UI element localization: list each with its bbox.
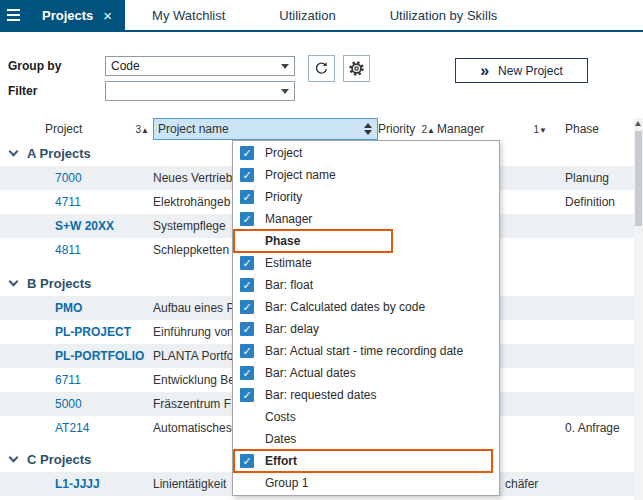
project-code-link[interactable]: PL-PORTFOLIO (55, 349, 144, 363)
menu-item-project[interactable]: ✓ Project (233, 142, 499, 164)
tab-label: My Watchlist (152, 8, 225, 23)
group-label: B Projects (27, 276, 91, 291)
phase-cell (555, 214, 643, 238)
column-label: Phase (565, 122, 599, 136)
checkmark-icon: ✓ (240, 256, 254, 270)
refresh-button[interactable] (308, 55, 335, 82)
filter-dropdown[interactable] (105, 81, 295, 101)
hamburger-icon (7, 19, 20, 21)
column-header-project[interactable]: Project 3▲ (0, 118, 153, 140)
new-project-label: New Project (498, 64, 563, 78)
sort-asc-icon: ▲ (427, 126, 435, 135)
column-label: Project (45, 122, 82, 136)
menu-item-bar-actual-dates[interactable]: ✓ Bar: Actual dates (233, 362, 499, 384)
project-code-link[interactable]: AT214 (55, 421, 89, 435)
project-code-link[interactable]: 4811 (55, 243, 81, 257)
checkmark-icon: ✓ (240, 454, 254, 468)
checkmark-icon: ✓ (240, 146, 254, 160)
menu-item-phase[interactable]: ✓ Phase (233, 230, 499, 252)
menu-item-bar-calculated-dates[interactable]: ✓ Bar: Calculated dates by code (233, 296, 499, 318)
menu-item-label: Bar: requested dates (265, 388, 376, 402)
menu-item-manager[interactable]: ✓ Manager (233, 208, 499, 230)
menu-item-bar-requested-dates[interactable]: ✓ Bar: requested dates (233, 384, 499, 406)
menu-item-label: Project (265, 146, 302, 160)
tab-label: Utilization by Skills (390, 8, 498, 23)
new-project-button[interactable]: » New Project (455, 58, 588, 83)
menu-item-label: Priority (265, 190, 302, 204)
menu-item-label: Estimate (265, 256, 312, 270)
menu-item-label: Group 1 (265, 476, 308, 490)
menu-item-bar-delay[interactable]: ✓ Bar: delay (233, 318, 499, 340)
table-header-row: Project 3▲ Project name Priority 2▲ Mana… (0, 118, 643, 140)
tab-bar: Projects × My Watchlist Utilization Util… (0, 0, 643, 32)
tab-projects[interactable]: Projects × (27, 0, 125, 30)
phase-cell (555, 296, 643, 320)
menu-item-project-name[interactable]: ✓ Project name (233, 164, 499, 186)
phase-cell (555, 368, 643, 392)
menu-item-priority[interactable]: ✓ Priority (233, 186, 499, 208)
menu-item-label: Bar: Actual start - time recording date (265, 344, 463, 358)
menu-item-bar-actual-start[interactable]: ✓ Bar: Actual start - time recording dat… (233, 340, 499, 362)
settings-button[interactable] (343, 55, 370, 82)
column-label: Project name (158, 122, 229, 136)
menu-item-group-1[interactable]: ✓ Group 1 (233, 472, 499, 494)
project-code-link[interactable]: PMO (55, 301, 82, 315)
tab-utilization-by-skills[interactable]: Utilization by Skills (363, 0, 525, 30)
menu-item-effort[interactable]: ✓ Effort (233, 450, 499, 472)
sort-asc-icon: ▲ (141, 126, 149, 135)
scroll-up-icon[interactable] (635, 121, 641, 126)
menu-item-dates[interactable]: ✓ Dates (233, 428, 499, 450)
menu-item-bar-float[interactable]: ✓ Bar: float (233, 274, 499, 296)
refresh-icon (314, 61, 329, 76)
column-header-phase[interactable]: Phase (555, 118, 643, 140)
column-header-manager[interactable]: Manager 1▼ (437, 118, 555, 140)
close-tab-icon[interactable]: × (103, 8, 112, 23)
menu-item-label: Bar: Actual dates (265, 366, 356, 380)
checkmark-icon: ✓ (240, 366, 254, 380)
tab-utilization[interactable]: Utilization (252, 0, 362, 30)
checkmark-icon: ✓ (240, 388, 254, 402)
collapse-group-icon[interactable] (9, 453, 19, 463)
group-label: A Projects (27, 146, 91, 161)
menu-item-label: Effort (265, 454, 297, 468)
menu-item-label: Bar: delay (265, 322, 319, 336)
chevron-down-icon (281, 89, 289, 94)
checkmark-icon: ✓ (240, 300, 254, 314)
phase-cell (555, 392, 643, 416)
project-code-link[interactable]: PL-PROJECT (55, 325, 131, 339)
sort-toggle-icon[interactable] (364, 123, 372, 135)
sort-order-badge: 1▼ (534, 122, 547, 136)
menu-item-estimate[interactable]: ✓ Estimate (233, 252, 499, 274)
column-header-priority[interactable]: Priority 2▲ (378, 118, 437, 140)
project-code-link[interactable]: S+W 20XX (55, 219, 114, 233)
scrollbar-thumb[interactable] (635, 131, 642, 226)
group-by-value: Code (111, 59, 140, 73)
tab-my-watchlist[interactable]: My Watchlist (125, 0, 252, 30)
column-header-project-name[interactable]: Project name (153, 118, 378, 140)
project-code-link[interactable]: 5000 (55, 397, 82, 411)
phase-cell: Definition (555, 190, 643, 214)
menu-item-costs[interactable]: ✓ Costs (233, 406, 499, 428)
vertical-scrollbar[interactable] (634, 118, 643, 500)
checkmark-icon: ✓ (240, 168, 254, 182)
checkmark-icon: ✓ (240, 212, 254, 226)
menu-item-label: Costs (265, 410, 296, 424)
project-code-link[interactable]: L1-JJJJ (55, 477, 100, 491)
group-by-label: Group by (8, 59, 61, 73)
column-label: Manager (437, 122, 484, 136)
collapse-group-icon[interactable] (9, 277, 19, 287)
app-window: Projects × My Watchlist Utilization Util… (0, 0, 643, 500)
hamburger-menu-button[interactable] (0, 0, 27, 30)
phase-cell: Planung (555, 166, 643, 190)
menu-item-label: Dates (265, 432, 296, 446)
hamburger-icon (7, 9, 20, 11)
collapse-group-icon[interactable] (9, 147, 19, 157)
menu-item-label: Bar: float (265, 278, 313, 292)
project-code-link[interactable]: 4711 (55, 195, 81, 209)
sort-order-badge: 2▲ (422, 122, 435, 136)
project-code-link[interactable]: 6711 (55, 373, 81, 387)
phase-cell (555, 344, 643, 368)
chevron-down-icon (281, 64, 289, 69)
group-by-dropdown[interactable]: Code (105, 56, 295, 76)
project-code-link[interactable]: 7000 (55, 171, 82, 185)
